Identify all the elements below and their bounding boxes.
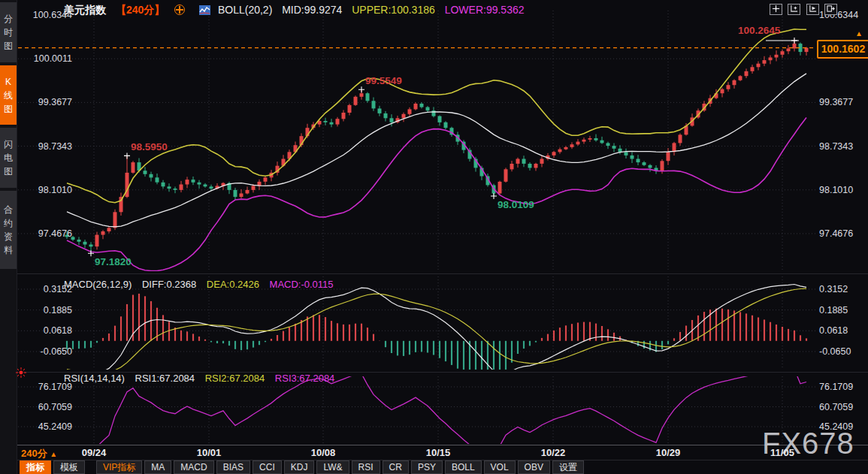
sidebar-tab-char: 图 [4,165,13,178]
sidebar-tab-char: 闪 [4,137,13,151]
boll-lower-value: LOWER:99.5362 [445,4,525,16]
toolbar-button-VOL[interactable]: VOL [484,460,516,474]
chart-tools [767,2,837,16]
rsi3-value: RSI3:67.2084 [275,373,335,384]
x-axis-date-label: 11/05 [770,447,794,458]
y-axis-label: 100.0011 [20,53,72,64]
sidebar-tab-4[interactable]: 合约资料 [0,191,17,269]
chart-background [0,0,868,474]
sidebar-tab-char: 图 [4,102,13,116]
boll-upper-value: UPPER:100.3186 [352,4,435,16]
macd-macd-value: MACD:-0.0115 [270,279,334,290]
toolbar-button-设置[interactable]: 设置 [552,460,584,474]
sidebar: 分时图K线图闪电图合约资料 [0,0,17,474]
toolbar-button-VIP指标[interactable]: VIP指标 [96,460,142,474]
y-axis-label: 60.7059 [819,402,867,412]
y-axis-label: 100.6344 [20,10,72,20]
toolbar-button-CCI[interactable]: CCI [253,460,282,474]
sidebar-tab-3[interactable]: 闪电图 [0,128,17,188]
zoom-in-tool-icon[interactable] [788,4,800,15]
period-selector[interactable]: 240分 ▲ [21,447,57,460]
toolbar-button-BIAS[interactable]: BIAS [216,460,250,474]
y-axis-label: 97.4676 [819,228,867,239]
move-tool-icon[interactable] [770,4,782,15]
crosshair-circle-icon[interactable] [174,5,185,15]
macd-header: MACD(26,12,9) DIFF:0.2368 DEA:0.2426 MAC… [64,279,341,290]
svg-text:100.2645: 100.2645 [738,25,781,36]
x-axis-date-label: 10/01 [197,447,222,458]
toolbar-button-PSY[interactable]: PSY [411,460,443,474]
rsi1-value: RSI1:67.2084 [135,373,195,384]
x-axis-date-label: 10/15 [426,447,451,458]
x-axis-date-label: 10/22 [541,447,566,458]
chart-style-icon[interactable] [199,5,213,17]
y-axis-label: 45.2409 [20,421,72,432]
y-axis-label: 98.7343 [20,141,72,152]
y-axis-label: 97.4676 [20,228,72,239]
sidebar-tab-char: 料 [4,243,13,257]
toolbar-button-LW&[interactable]: LW& [316,460,349,474]
boll-label: BOLL(20,2) [218,4,272,16]
y-axis-label: 0.3152 [819,284,867,294]
chart-canvas: 97.182098.595099.554998.0109100.2645 [0,0,868,474]
macd-title: MACD(26,12,9) [64,279,132,290]
toolbar-button-BOLL[interactable]: BOLL [445,460,482,474]
svg-text:97.1820: 97.1820 [95,256,132,267]
play-forward-tool-icon[interactable] [806,4,819,15]
y-axis-label: 99.3677 [819,97,867,107]
pan-right-tool-icon[interactable] [824,4,837,15]
toolbar-button-CR[interactable]: CR [383,460,409,474]
price-up-arrow-icon: ▲ [855,30,863,38]
rsi-header: RSI(14,14,14) RSI1:67.2084 RSI2:67.2084 … [64,373,342,384]
sidebar-tab-char: 图 [4,39,13,53]
indicator-toolbar: 指标模板VIP指标MAMACDBIASCCIKDJLW&RSICRPSYBOLL… [20,460,586,474]
sidebar-tab-2[interactable]: K线图 [0,65,17,125]
toolbar-button-模板[interactable]: 模板 [53,460,85,474]
toolbar-button-KDJ[interactable]: KDJ [284,460,315,474]
y-axis-label: 98.1010 [819,185,867,195]
y-axis-label: -0.0650 [819,346,867,357]
sidebar-tab-char: K [5,75,11,89]
toolbar-button-MA[interactable]: MA [144,460,171,474]
toolbar-button-RSI[interactable]: RSI [352,460,380,474]
period-label: 【240分】 [116,4,165,16]
x-axis-date-label: 10/08 [311,447,336,458]
sidebar-tab-char: 分 [4,12,13,26]
macd-diff-value: DIFF:0.2368 [142,279,196,290]
sidebar-tab-char: 时 [4,26,13,39]
period-selector-label: 240分 [21,448,47,459]
sidebar-tab-char: 约 [4,216,13,230]
y-axis-label: 99.3677 [20,97,72,107]
svg-text:98.5950: 98.5950 [131,141,168,152]
y-axis-label: 0.0618 [20,325,72,336]
y-axis-label: 0.1885 [20,305,72,315]
rsi2-value: RSI2:67.2084 [205,373,265,384]
svg-text:98.0109: 98.0109 [498,199,534,210]
boll-mid-value: MID:99.9274 [282,4,342,16]
svg-text:99.5549: 99.5549 [365,75,402,86]
macd-dea-value: DEA:0.2426 [207,279,259,290]
period-selector-arrow-icon: ▲ [50,450,57,458]
y-axis-label: 76.1709 [20,382,72,392]
sidebar-tab-1[interactable]: 分时图 [0,2,17,62]
y-axis-label: 76.1709 [819,382,867,392]
x-axis-date-label: 10/29 [656,447,681,458]
y-axis-label: -0.0650 [20,346,72,357]
sidebar-tab-char: 合 [4,203,13,216]
y-axis-label: 0.0618 [819,325,867,336]
toolbar-button-MACD[interactable]: MACD [174,460,213,474]
toolbar-button-OBV[interactable]: OBV [518,460,550,474]
y-axis-label: 98.7343 [819,141,867,152]
rsi-title: RSI(14,14,14) [64,373,125,384]
app-root: 97.182098.595099.554998.0109100.2645 分时图… [0,0,868,474]
x-axis-date-label: 09/24 [82,447,107,458]
toolbar-button-指标[interactable]: 指标 [20,460,51,474]
y-axis-label: 98.1010 [20,185,72,195]
y-axis-label: 0.1885 [819,305,867,315]
sidebar-tab-char: 线 [4,89,13,102]
sidebar-tab-char: 资 [4,230,13,243]
y-axis-label: 60.7059 [20,402,72,412]
y-axis-label: 0.3152 [20,284,72,294]
live-dot-icon[interactable] [16,367,26,378]
chart-header: 美元指数 【240分】 BOLL(20,2) MID:99.9274 UPPER… [64,4,531,16]
